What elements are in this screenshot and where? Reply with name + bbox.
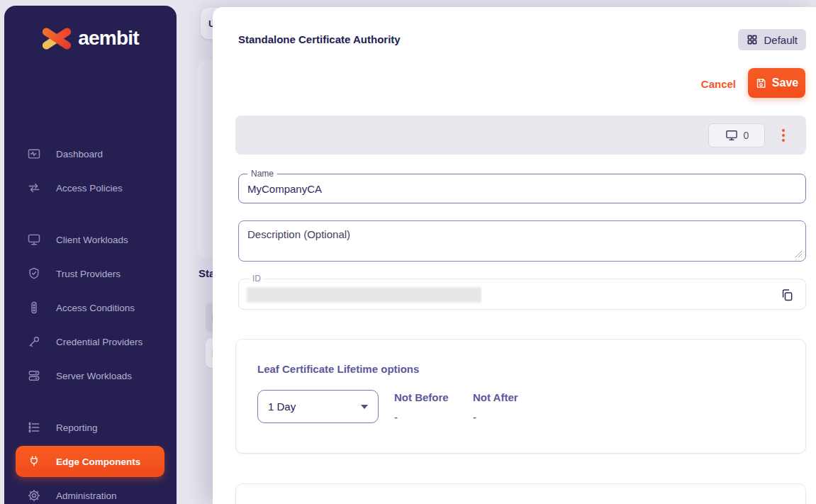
sidebar-item-label: Server Workloads xyxy=(56,371,132,381)
sidebar-item-label: Credential Providers xyxy=(56,337,142,347)
sidebar-section-bottom: Reporting Edge Components Administration xyxy=(4,410,177,504)
not-after-label: Not After xyxy=(473,391,518,403)
description-textarea[interactable] xyxy=(239,221,805,261)
sidebar-item-label: Access Policies xyxy=(56,183,123,194)
kebab-menu-icon[interactable] xyxy=(779,126,788,145)
client-workload-count-box[interactable]: 0 xyxy=(708,123,765,147)
lifetime-duration-select[interactable]: 1 Day xyxy=(257,390,379,423)
sidebar-item-reporting[interactable]: Reporting xyxy=(4,410,177,444)
sidebar-item-client-workloads[interactable]: Client Workloads xyxy=(4,223,177,257)
cancel-button[interactable]: Cancel xyxy=(701,78,736,90)
copy-icon[interactable] xyxy=(780,286,797,303)
id-field: ID xyxy=(238,279,806,310)
default-button-label: Default xyxy=(764,34,798,46)
sidebar-item-label: Edge Components xyxy=(56,457,140,467)
sidebar-item-trust-providers[interactable]: Trust Providers xyxy=(4,257,177,291)
sidebar-section-middle: Client Workloads Trust Providers Access … xyxy=(4,223,177,393)
sidebar-item-credential-providers[interactable]: Credential Providers xyxy=(4,325,177,359)
access-conditions-icon xyxy=(27,301,41,315)
sidebar-item-label: Trust Providers xyxy=(56,269,121,279)
chevron-down-icon xyxy=(361,405,368,409)
sidebar: aembit Dashboard Access Policies Client … xyxy=(4,6,177,504)
not-before-column: Not Before - xyxy=(394,391,449,423)
administration-icon xyxy=(27,488,41,503)
access-policies-icon xyxy=(27,181,41,195)
sidebar-item-label: Client Workloads xyxy=(56,235,128,245)
sidebar-item-server-workloads[interactable]: Server Workloads xyxy=(4,359,177,393)
not-before-label: Not Before xyxy=(394,391,449,403)
sidebar-section-top: Dashboard Access Policies xyxy=(4,137,177,205)
sidebar-item-label: Dashboard xyxy=(56,149,103,159)
default-button[interactable]: Default xyxy=(738,29,806,50)
dashboard-icon xyxy=(27,147,41,161)
brand-name: aembit xyxy=(78,27,138,50)
sidebar-item-access-policies[interactable]: Access Policies xyxy=(4,171,177,205)
not-after-column: Not After - xyxy=(473,391,518,423)
name-field-label: Name xyxy=(247,169,277,179)
client-workloads-icon xyxy=(27,233,41,247)
reporting-icon xyxy=(27,420,41,435)
monitor-icon xyxy=(725,128,739,142)
not-before-value: - xyxy=(394,411,449,423)
save-button-label: Save xyxy=(772,77,798,89)
trust-providers-icon xyxy=(27,267,41,281)
sidebar-item-label: Administration xyxy=(56,491,117,501)
standalone-ca-drawer: Standalone Certificate Authority Default… xyxy=(213,7,816,504)
next-section-card xyxy=(235,483,806,504)
credential-providers-icon xyxy=(27,335,41,349)
save-icon xyxy=(755,77,767,89)
drawer-toolbar: 0 xyxy=(235,116,806,155)
server-workloads-icon xyxy=(27,369,41,383)
sidebar-item-edge-components[interactable]: Edge Components xyxy=(16,446,164,477)
resize-handle-icon[interactable] xyxy=(795,250,803,258)
lifetime-card-title: Leaf Certificate Lifetime options xyxy=(257,363,419,375)
description-field xyxy=(238,220,806,262)
name-input[interactable] xyxy=(239,174,805,203)
client-workload-count: 0 xyxy=(744,130,749,141)
name-field: Name xyxy=(238,174,806,203)
id-field-label: ID xyxy=(249,274,264,284)
edge-components-icon xyxy=(27,454,41,469)
sidebar-item-dashboard[interactable]: Dashboard xyxy=(4,137,177,171)
sidebar-item-label: Access Conditions xyxy=(56,303,135,313)
not-after-value: - xyxy=(473,411,518,423)
sidebar-item-access-conditions[interactable]: Access Conditions xyxy=(4,291,177,325)
leaf-certificate-lifetime-card: Leaf Certificate Lifetime options 1 Day … xyxy=(235,339,806,454)
save-button[interactable]: Save xyxy=(748,68,805,98)
brand-logo: aembit xyxy=(4,23,177,54)
id-redacted-value xyxy=(247,287,481,303)
sidebar-item-administration[interactable]: Administration xyxy=(4,478,177,504)
lifetime-duration-value: 1 Day xyxy=(268,401,296,413)
grid-icon xyxy=(747,34,758,45)
sidebar-item-label: Reporting xyxy=(56,422,98,433)
aembit-x-icon xyxy=(42,25,73,52)
drawer-title: Standalone Certificate Authority xyxy=(238,33,401,45)
